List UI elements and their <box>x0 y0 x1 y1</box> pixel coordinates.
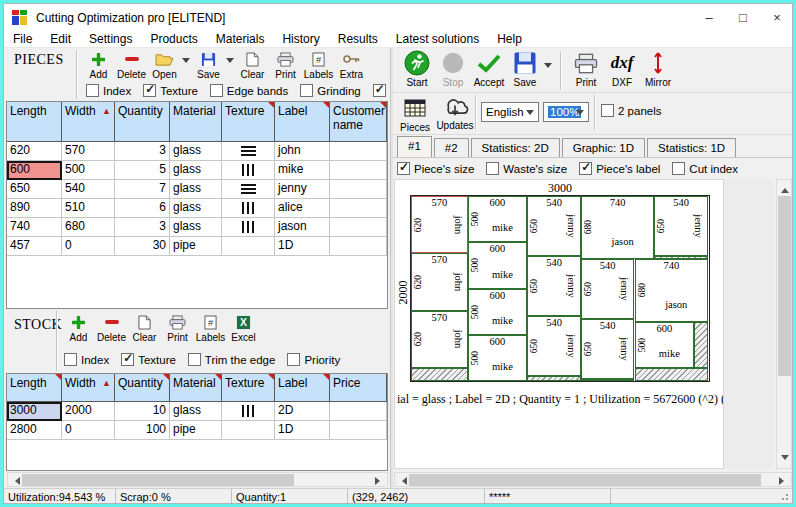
stock-add-button[interactable]: Add <box>62 313 95 343</box>
cut-piece-john[interactable]: 570620john <box>411 253 468 310</box>
stop-button[interactable]: Stop <box>435 50 471 88</box>
table-cell[interactable]: 457 <box>7 237 62 256</box>
table-cell[interactable]: glass <box>170 199 222 218</box>
cut-piece-mike[interactable]: 600500mike <box>635 322 695 368</box>
start-button[interactable]: Start <box>399 50 435 88</box>
table-cell[interactable]: alice <box>275 199 330 218</box>
table-cell[interactable]: pipe <box>170 237 222 256</box>
scroll-left-icon[interactable] <box>11 477 20 485</box>
table-cell[interactable]: glass <box>170 402 222 421</box>
table-cell[interactable] <box>330 421 387 440</box>
stock-table-hscrollbar[interactable] <box>7 472 388 487</box>
column-header-customer-name[interactable]: Customer name <box>330 102 387 142</box>
pieces-view-button[interactable]: Pieces <box>397 95 433 133</box>
cut-piece-jenny[interactable]: 540650jenny <box>527 316 581 376</box>
table-cell[interactable]: glass <box>170 161 222 180</box>
table-cell[interactable] <box>330 218 387 237</box>
table-cell[interactable] <box>330 180 387 199</box>
stock-labels-button[interactable]: # Labels <box>194 313 227 343</box>
table-cell[interactable]: 540 <box>62 180 115 199</box>
table-cell[interactable]: 0 <box>62 421 115 440</box>
table-cell[interactable] <box>222 161 275 180</box>
save-dropdown-arrow[interactable] <box>226 58 234 67</box>
stock-clear-button[interactable]: Clear <box>128 313 161 343</box>
column-header-texture[interactable]: Texture <box>222 374 275 402</box>
table-cell[interactable]: 0 <box>62 237 115 256</box>
table-cell[interactable]: 100 <box>115 421 170 440</box>
menu-materials[interactable]: Materials <box>207 31 274 47</box>
table-cell[interactable]: 6 <box>115 199 170 218</box>
table-cell[interactable]: 620 <box>7 142 62 161</box>
table-cell[interactable]: jenny <box>275 180 330 199</box>
stock-option-texture[interactable]: Texture <box>121 353 176 366</box>
tab--1[interactable]: #1 <box>397 136 432 157</box>
table-cell[interactable]: 510 <box>62 199 115 218</box>
pieces-delete-button[interactable]: Delete <box>115 50 148 80</box>
cut-piece-jenny[interactable]: 540650jenny <box>581 259 635 319</box>
table-cell[interactable] <box>330 199 387 218</box>
stock-option-index[interactable]: Index <box>64 353 109 366</box>
table-cell[interactable]: 890 <box>7 199 62 218</box>
solution-save-button[interactable]: Save <box>507 50 543 88</box>
table-cell[interactable]: 570 <box>62 142 115 161</box>
table-cell[interactable] <box>222 199 275 218</box>
resize-grip[interactable] <box>781 491 791 501</box>
pieces-extra-button[interactable]: Extra <box>335 50 368 80</box>
table-cell[interactable]: 7 <box>115 180 170 199</box>
column-header-texture[interactable]: Texture <box>222 102 275 142</box>
table-cell[interactable]: 3 <box>115 142 170 161</box>
diagram-hscrollbar[interactable] <box>394 472 792 487</box>
diagram-vscrollbar[interactable] <box>776 179 792 469</box>
table-cell[interactable] <box>330 161 387 180</box>
table-cell[interactable] <box>222 402 275 421</box>
scroll-right-icon[interactable] <box>375 477 384 485</box>
view-option-waste-size[interactable]: Waste's size <box>486 162 567 175</box>
cut-piece-john[interactable]: 570620john <box>411 311 468 368</box>
tab--2[interactable]: #2 <box>434 138 469 157</box>
pieces-open-button[interactable]: Open <box>148 50 181 80</box>
tab-statistics-1d[interactable]: Statistics: 1D <box>647 138 736 157</box>
column-header-material[interactable]: Material <box>170 102 222 142</box>
scrollbar-thumb[interactable] <box>22 474 294 486</box>
table-cell[interactable] <box>330 237 387 256</box>
column-header-label[interactable]: Label <box>275 102 330 142</box>
mirror-button[interactable]: Mirror <box>640 50 676 88</box>
maximize-button[interactable]: □ <box>726 4 760 31</box>
column-header-price[interactable]: Price <box>330 374 387 402</box>
table-cell[interactable]: 3000 <box>7 402 62 421</box>
scrollbar-thumb[interactable] <box>409 474 761 486</box>
menu-help[interactable]: Help <box>488 31 531 47</box>
view-option-piece-size[interactable]: Piece's size <box>397 162 474 175</box>
zoom-select[interactable]: 100% <box>543 102 589 122</box>
cut-piece-mike[interactable]: 600500mike <box>468 196 528 242</box>
column-header-label[interactable]: Label <box>275 374 330 402</box>
table-cell[interactable]: 30 <box>115 237 170 256</box>
scroll-left-icon[interactable] <box>398 477 407 485</box>
cut-piece-jason[interactable]: 740680jason <box>581 196 655 259</box>
stock-option-priority[interactable]: Priority <box>287 353 340 366</box>
pieces-option-grinding[interactable]: Grinding <box>300 84 360 97</box>
cut-piece-mike[interactable]: 600500mike <box>468 289 528 335</box>
pieces-option-texture[interactable]: Texture <box>143 84 198 97</box>
table-cell[interactable]: 3 <box>115 218 170 237</box>
column-header-length[interactable]: Length <box>7 374 62 402</box>
table-cell[interactable]: 1D <box>275 421 330 440</box>
accept-button[interactable]: Accept <box>471 50 507 88</box>
cut-piece-john[interactable]: 570620john <box>411 196 468 253</box>
column-header-quantity[interactable]: Quantity <box>115 102 170 142</box>
table-cell[interactable]: 2800 <box>7 421 62 440</box>
table-cell[interactable] <box>222 218 275 237</box>
tab-statistics-2d[interactable]: Statistics: 2D <box>471 138 560 157</box>
table-cell[interactable]: 740 <box>7 218 62 237</box>
menu-file[interactable]: File <box>4 31 41 47</box>
pieces-add-button[interactable]: Add <box>82 50 115 80</box>
table-cell[interactable]: glass <box>170 142 222 161</box>
view-option-cut-index[interactable]: Cut index <box>672 162 738 175</box>
column-header-width[interactable]: Width▲ <box>62 102 115 142</box>
open-dropdown-arrow[interactable] <box>182 58 190 67</box>
pieces-save-button[interactable]: Save <box>192 50 225 80</box>
cut-piece-jenny[interactable]: 540650jenny <box>654 196 708 256</box>
table-cell[interactable] <box>222 142 275 161</box>
pieces-clear-button[interactable]: Clear <box>236 50 269 80</box>
column-header-quantity[interactable]: Quantity <box>115 374 170 402</box>
